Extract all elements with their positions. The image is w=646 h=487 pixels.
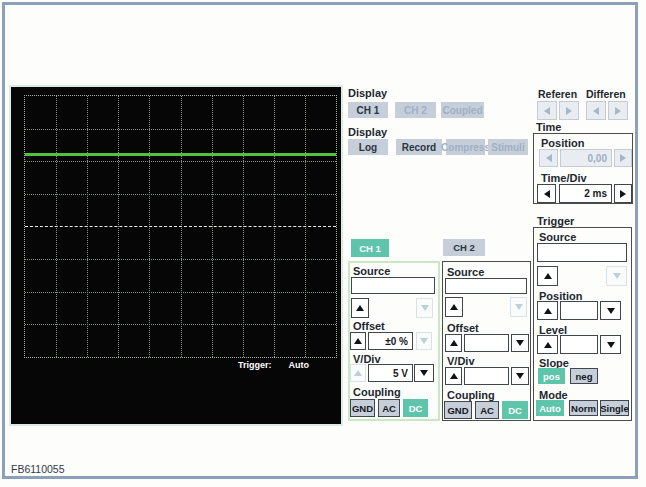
app-window: Trigger: Auto Display CH 1 CH 2 Coupled … [0, 0, 646, 487]
record-button[interactable]: Record [396, 139, 442, 155]
difference-next-button[interactable] [608, 101, 628, 120]
time-div-field[interactable]: 2 ms [559, 184, 612, 203]
trigger-position-down-button[interactable] [600, 301, 621, 320]
display-ch1-button[interactable]: CH 1 [348, 102, 388, 118]
grid-line [25, 161, 336, 162]
mode-auto-button[interactable]: Auto [536, 400, 564, 416]
ch2-source-dropdown-button[interactable] [510, 297, 527, 317]
time-position-field[interactable]: 0,00 [560, 149, 612, 167]
ch1-offset-down-button[interactable] [416, 332, 432, 350]
ch1-source-dropdown-button[interactable] [416, 298, 433, 318]
down-arrow-icon [515, 304, 523, 310]
time-position-increment-button[interactable] [614, 149, 632, 167]
up-arrow-icon [450, 373, 458, 379]
ch2-coupling-dc-button[interactable]: DC [502, 401, 528, 419]
scope-grid [24, 95, 337, 358]
trigger-level-up-button[interactable] [537, 335, 558, 354]
mode-single-button[interactable]: Single [600, 400, 629, 416]
mode-norm-button[interactable]: Norm [569, 400, 598, 416]
trigger-position-field[interactable] [560, 301, 598, 320]
grid-center-line [25, 226, 336, 227]
ch1-source-up-button[interactable] [351, 298, 369, 318]
time-div-increment-button[interactable] [614, 184, 632, 203]
ch2-vdiv-field[interactable] [464, 367, 509, 385]
slope-pos-button[interactable]: pos [538, 368, 565, 384]
difference-prev-button[interactable] [586, 101, 606, 120]
ch1-offset-label: Offset [353, 320, 385, 332]
ch1-offset-up-button[interactable] [350, 332, 366, 350]
scope-display: Trigger: Auto [9, 85, 343, 426]
ch1-source-field[interactable] [351, 277, 435, 294]
ch1-vdiv-field[interactable]: 5 V [368, 364, 413, 382]
trigger-status-value: Auto [289, 360, 310, 370]
trigger-title: Trigger [537, 215, 574, 227]
up-arrow-icon [544, 342, 552, 348]
tab-channel1[interactable]: CH 1 [351, 239, 389, 257]
difference-label: Differen [586, 88, 626, 100]
time-title: Time [536, 121, 561, 133]
up-arrow-icon [450, 304, 458, 310]
right-arrow-icon [566, 107, 572, 115]
reference-label: Referen [538, 88, 577, 100]
up-arrow-icon [450, 340, 458, 346]
grid-line [25, 292, 336, 293]
trigger-status-label: Trigger: [238, 360, 272, 370]
ch2-source-field[interactable] [445, 278, 527, 294]
ch2-offset-label: Offset [447, 322, 479, 334]
ch2-source-label: Source [447, 266, 484, 278]
ch2-vdiv-down-button[interactable] [511, 367, 529, 385]
ch2-vdiv-up-button[interactable] [445, 367, 462, 385]
ch1-offset-field[interactable]: ±0 % [368, 332, 413, 350]
ch2-offset-up-button[interactable] [445, 334, 462, 352]
compress-button[interactable]: Compress [446, 139, 485, 155]
left-arrow-icon [544, 190, 550, 198]
ch2-offset-field[interactable] [464, 334, 509, 352]
left-arrow-icon [546, 154, 552, 162]
stimuli-button[interactable]: Stimuli [488, 139, 528, 155]
display-coupled-button[interactable]: Coupled [441, 102, 484, 118]
down-arrow-icon [516, 373, 524, 379]
left-arrow-icon [544, 107, 550, 115]
grid-line [25, 259, 336, 260]
up-arrow-icon [356, 305, 364, 311]
ch1-coupling-dc-button[interactable]: DC [403, 399, 428, 417]
log-button[interactable]: Log [348, 139, 388, 155]
down-arrow-icon [516, 340, 524, 346]
ch1-coupling-gnd-button[interactable]: GND [350, 399, 375, 417]
reference-prev-button[interactable] [537, 101, 557, 120]
ch2-coupling-ac-button[interactable]: AC [475, 401, 499, 419]
trigger-source-up-button[interactable] [537, 266, 558, 286]
ch2-vdiv-label: V/Div [447, 355, 475, 367]
ch2-source-up-button[interactable] [445, 297, 463, 317]
up-arrow-icon [354, 370, 362, 376]
time-div-decrement-button[interactable] [537, 184, 556, 203]
down-arrow-icon [420, 370, 428, 376]
time-position-label: Position [541, 137, 584, 149]
trigger-level-down-button[interactable] [600, 335, 621, 354]
ch2-offset-down-button[interactable] [511, 334, 529, 352]
right-arrow-icon [615, 107, 621, 115]
trigger-source-field[interactable] [537, 243, 627, 262]
time-div-label: Time/Div [541, 172, 587, 184]
ch2-coupling-gnd-button[interactable]: GND [444, 401, 472, 419]
up-arrow-icon [354, 338, 362, 344]
ch2-coupling-label: Coupling [447, 389, 495, 401]
trigger-position-up-button[interactable] [537, 301, 558, 320]
slope-neg-button[interactable]: neg [570, 368, 598, 384]
ch1-vdiv-up-button[interactable] [350, 364, 366, 382]
right-arrow-icon [620, 154, 626, 162]
down-arrow-icon [613, 273, 621, 279]
up-arrow-icon [544, 273, 552, 279]
trigger-level-field[interactable] [560, 335, 598, 354]
display-ch2-button[interactable]: CH 2 [395, 102, 436, 118]
down-arrow-icon [420, 338, 428, 344]
ch1-coupling-ac-button[interactable]: AC [378, 399, 400, 417]
tab-channel2[interactable]: CH 2 [443, 239, 485, 256]
time-position-decrement-button[interactable] [539, 149, 558, 167]
up-arrow-icon [544, 308, 552, 314]
grid-line [25, 129, 336, 130]
reference-next-button[interactable] [559, 101, 579, 120]
down-arrow-icon [421, 305, 429, 311]
ch1-vdiv-down-button[interactable] [414, 364, 434, 382]
trigger-source-dropdown-button[interactable] [606, 266, 627, 286]
